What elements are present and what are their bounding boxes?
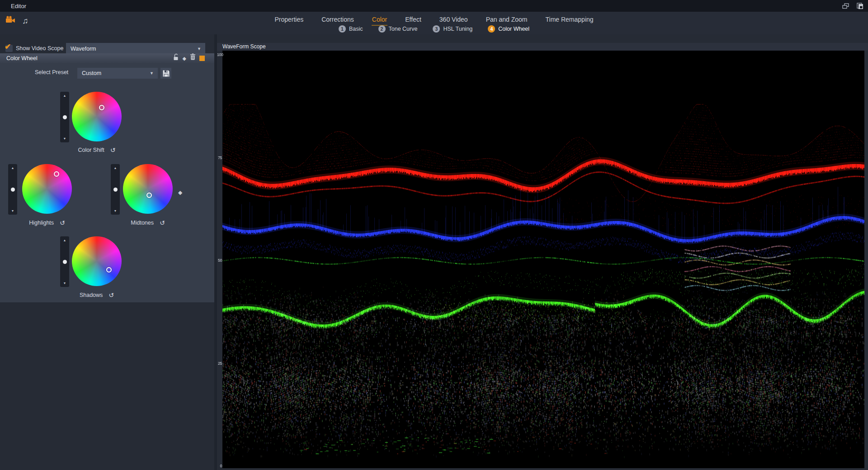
scope-axis-label: 75: [217, 155, 222, 160]
scope-axis: 1007550250: [217, 51, 222, 468]
color-wheel-section-header[interactable]: Color Wheel ◆: [0, 53, 214, 63]
scope-right-gutter: [864, 51, 868, 468]
tab-bar: Properties Corrections Color Effect 360 …: [0, 12, 868, 26]
tab-effect[interactable]: Effect: [405, 12, 422, 26]
tab-pan-and-zoom[interactable]: Pan and Zoom: [486, 12, 528, 26]
highlights-wheel-indicator[interactable]: [54, 171, 59, 177]
highlights-label: Highlights: [29, 220, 54, 226]
tab-properties[interactable]: Properties: [274, 12, 304, 26]
tab-corrections[interactable]: Corrections: [321, 12, 354, 26]
scope-axis-label: 50: [217, 258, 222, 263]
shadows-reset-button[interactable]: ↺: [108, 292, 114, 298]
unlock-icon[interactable]: [173, 53, 179, 64]
show-video-scope-checkbox[interactable]: ✔: [5, 45, 13, 52]
subtab-tone-curve-label: Tone Curve: [389, 26, 418, 32]
slider-up-icon[interactable]: ▲: [63, 239, 66, 242]
show-video-scope-label: Show Video Scope: [16, 45, 63, 52]
midtones-slider[interactable]: ▲ ▼: [111, 164, 120, 215]
check-icon: ✔: [5, 42, 11, 52]
subtab-basic-label: Basic: [349, 26, 363, 32]
preset-dropdown[interactable]: Custom ▼: [77, 68, 158, 79]
tab-time-remapping[interactable]: Time Remapping: [545, 12, 594, 26]
scope-axis-label: 25: [217, 361, 222, 366]
slider-up-icon[interactable]: ▲: [63, 94, 66, 97]
section-title: Color Wheel: [6, 55, 38, 61]
midtones-wheel[interactable]: [123, 164, 173, 214]
subtab-hsl-tuning-badge: 3: [433, 25, 440, 33]
slider-handle[interactable]: [63, 260, 67, 264]
highlights-wheel[interactable]: [22, 164, 72, 214]
color-shift-slider[interactable]: ▲ ▼: [60, 92, 69, 142]
tab-360-video[interactable]: 360 Video: [439, 12, 468, 26]
solo-color-icon[interactable]: [199, 56, 205, 61]
scope-axis-label: 100: [217, 52, 222, 57]
subtab-bar: 1 Basic 2 Tone Curve 3 HSL Tuning 4 Colo…: [0, 25, 868, 33]
midtones-keyframe-diamond-icon[interactable]: ◆: [178, 189, 182, 196]
float-window-icon[interactable]: [842, 3, 849, 9]
subtab-basic[interactable]: 1 Basic: [339, 25, 363, 33]
slider-up-icon[interactable]: ▲: [114, 166, 117, 169]
color-shift-wheel-indicator[interactable]: [99, 105, 104, 110]
select-preset-label: Select Preset: [35, 69, 68, 75]
midtones-label: Midtones: [131, 220, 154, 226]
slider-down-icon[interactable]: ▼: [63, 282, 66, 285]
chevron-down-icon: ▼: [150, 68, 154, 79]
editor-window: Editor: [0, 0, 868, 470]
save-preset-button[interactable]: [160, 68, 171, 79]
tab-color[interactable]: Color: [372, 12, 387, 26]
waveform-scope-panel: WaveForm Scope 1007550250: [217, 34, 868, 470]
keyframe-diamond-icon[interactable]: ◆: [183, 56, 186, 61]
highlights-slider[interactable]: ▲ ▼: [8, 164, 17, 215]
shadows-wheel[interactable]: [72, 236, 122, 286]
slider-down-icon[interactable]: ▼: [63, 137, 66, 140]
slider-up-icon[interactable]: ▲: [11, 166, 14, 169]
waveform-scope-header[interactable]: WaveForm Scope: [217, 43, 868, 51]
waveform-scope-title: WaveForm Scope: [222, 43, 266, 50]
midtones-wheel-indicator[interactable]: [146, 193, 152, 198]
slider-down-icon[interactable]: ▼: [114, 209, 117, 212]
waveform-canvas: [222, 51, 864, 468]
color-shift-wheel[interactable]: [72, 92, 122, 141]
midtones-reset-button[interactable]: ↺: [160, 220, 165, 226]
subtab-hsl-tuning[interactable]: 3 HSL Tuning: [433, 25, 472, 33]
highlights-reset-button[interactable]: ↺: [60, 220, 65, 226]
trash-icon[interactable]: [190, 53, 196, 63]
waveform-scope-body: 1007550250: [217, 51, 868, 468]
slider-handle[interactable]: [113, 188, 118, 192]
subtab-tone-curve-badge: 2: [378, 25, 386, 33]
color-shift-label: Color Shift: [78, 147, 104, 153]
subtab-color-wheel[interactable]: 4 Color Wheel: [488, 25, 529, 33]
preset-value: Custom: [82, 68, 101, 79]
titlebar: Editor: [0, 0, 868, 12]
slider-down-icon[interactable]: ▼: [11, 209, 14, 212]
shadows-label: Shadows: [80, 292, 103, 298]
header: ♫ Properties Corrections Color Effect 36…: [0, 12, 868, 34]
slider-handle[interactable]: [11, 188, 15, 192]
subtab-tone-curve[interactable]: 2 Tone Curve: [378, 25, 418, 33]
scope-axis-label: 0: [217, 464, 222, 468]
stack-windows-icon[interactable]: [856, 3, 863, 9]
shadows-wheel-indicator[interactable]: [106, 267, 112, 273]
subtab-basic-badge: 1: [339, 25, 346, 33]
window-title: Editor: [11, 3, 26, 9]
subtab-hsl-tuning-label: HSL Tuning: [443, 26, 472, 32]
subtab-color-wheel-badge: 4: [488, 25, 495, 33]
shadows-slider[interactable]: ▲ ▼: [60, 236, 69, 287]
floppy-disk-icon: [162, 70, 170, 77]
slider-handle[interactable]: [63, 115, 67, 119]
color-wheel-panel: ✔ Show Video Scope Waveform ▼ Color Whee…: [0, 34, 214, 470]
color-shift-reset-button[interactable]: ↺: [110, 147, 116, 153]
subtab-color-wheel-label: Color Wheel: [498, 26, 529, 32]
